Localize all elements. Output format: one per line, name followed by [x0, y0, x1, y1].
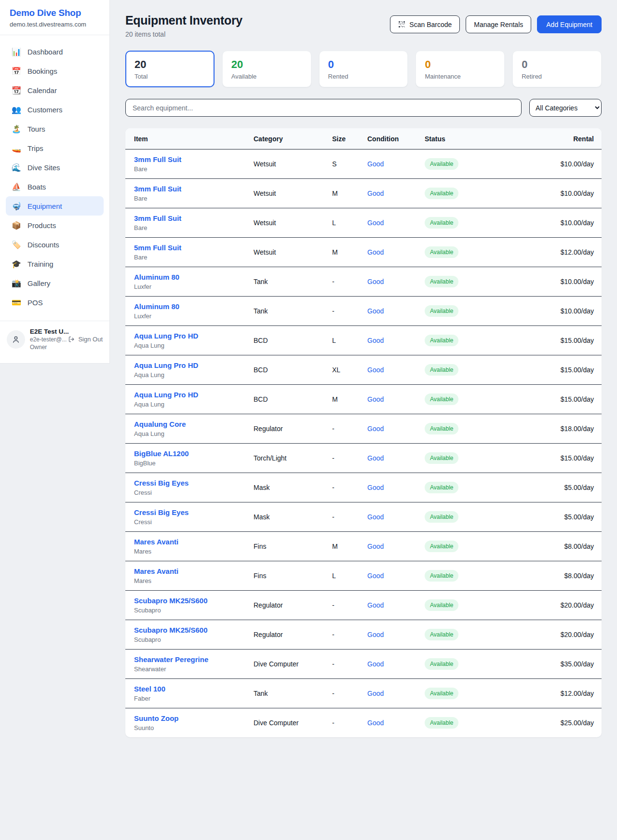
item-link[interactable]: Shearwater Peregrine — [134, 655, 208, 664]
item-link[interactable]: Aluminum 80 — [134, 273, 179, 281]
item-brand: Aqua Lung — [134, 430, 254, 437]
item-brand: Faber — [134, 695, 254, 702]
item-link[interactable]: Cressi Big Eyes — [134, 479, 188, 487]
condition-link[interactable]: Good — [367, 719, 384, 727]
sidebar-item-equipment[interactable]: 🤿Equipment — [6, 196, 104, 216]
item-link[interactable]: Scubapro MK25/S600 — [134, 626, 208, 634]
sidebar-item-dive-sites[interactable]: 🌊Dive Sites — [6, 158, 104, 177]
sidebar-item-tours[interactable]: 🏝️Tours — [6, 119, 104, 138]
item-rental: $15.00/day — [493, 355, 602, 385]
condition-link[interactable]: Good — [367, 366, 384, 374]
condition-link[interactable]: Good — [367, 454, 384, 462]
user-name: E2E Test U... — [30, 328, 63, 335]
item-link[interactable]: 5mm Full Suit — [134, 244, 181, 252]
condition-link[interactable]: Good — [367, 690, 384, 697]
condition-link[interactable]: Good — [367, 190, 384, 197]
brand-domain: demo.test.divestreams.com — [10, 21, 100, 28]
condition-link[interactable]: Good — [367, 425, 384, 433]
calendar-date-icon: 📅 — [12, 67, 21, 76]
condition-link[interactable]: Good — [367, 542, 384, 550]
sidebar-item-trips[interactable]: 🚤Trips — [6, 138, 104, 158]
item-brand: BigBlue — [134, 460, 254, 467]
condition-link[interactable]: Good — [367, 484, 384, 491]
condition-link[interactable]: Good — [367, 513, 384, 521]
condition-link[interactable]: Good — [367, 219, 384, 227]
condition-link[interactable]: Good — [367, 307, 384, 315]
sidebar-item-dashboard[interactable]: 📊Dashboard — [6, 42, 104, 61]
stat-card-available[interactable]: 20Available — [222, 51, 311, 87]
item-category: Fins — [254, 561, 332, 591]
condition-link[interactable]: Good — [367, 278, 384, 285]
camera-icon: 📸 — [12, 279, 21, 288]
search-input[interactable] — [125, 99, 522, 117]
sidebar-item-bookings[interactable]: 📅Bookings — [6, 61, 104, 81]
sidebar-item-training[interactable]: 🎓Training — [6, 254, 104, 273]
stat-card-maintenance[interactable]: 0Maintenance — [416, 51, 505, 87]
sidebar-item-label: Calendar — [27, 86, 57, 95]
item-link[interactable]: Aluminum 80 — [134, 302, 179, 311]
condition-link[interactable]: Good — [367, 395, 384, 403]
sign-out-button[interactable]: Sign Out — [68, 336, 103, 343]
brand-block: Demo Dive Shop demo.test.divestreams.com — [0, 0, 109, 35]
item-category: Fins — [254, 532, 332, 561]
sidebar-item-gallery[interactable]: 📸Gallery — [6, 273, 104, 293]
sidebar-item-boats[interactable]: ⛵Boats — [6, 177, 104, 196]
table-row: Scubapro MK25/S600ScubaproRegulator-Good… — [125, 591, 602, 620]
item-link[interactable]: 3mm Full Suit — [134, 155, 181, 163]
item-link[interactable]: 3mm Full Suit — [134, 185, 181, 193]
item-rental: $20.00/day — [493, 591, 602, 620]
scan-barcode-button[interactable]: Scan Barcode — [390, 15, 460, 33]
add-equipment-button[interactable]: Add Equipment — [537, 15, 602, 33]
page-header: Equipment Inventory 20 items total Scan … — [125, 14, 602, 38]
sidebar-item-calendar[interactable]: 📆Calendar — [6, 81, 104, 100]
item-size: XL — [332, 355, 367, 385]
item-category: Regulator — [254, 591, 332, 620]
stat-label: Retired — [522, 73, 592, 80]
item-rental: $8.00/day — [493, 532, 602, 561]
item-link[interactable]: Suunto Zoop — [134, 714, 178, 722]
sidebar-item-label: POS — [27, 298, 43, 307]
item-link[interactable]: Mares Avanti — [134, 567, 178, 575]
item-link[interactable]: Mares Avanti — [134, 538, 178, 546]
sidebar-item-pos[interactable]: 💳POS — [6, 293, 104, 312]
stat-card-total[interactable]: 20Total — [125, 51, 215, 87]
item-link[interactable]: Scubapro MK25/S600 — [134, 596, 208, 605]
item-link[interactable]: 3mm Full Suit — [134, 214, 181, 222]
stat-card-retired[interactable]: 0Retired — [512, 51, 602, 87]
manage-rentals-label: Manage Rentals — [474, 21, 523, 28]
category-select[interactable]: All Categories — [529, 99, 602, 117]
filter-row: All Categories — [125, 99, 602, 117]
condition-link[interactable]: Good — [367, 160, 384, 168]
manage-rentals-button[interactable]: Manage Rentals — [466, 15, 531, 33]
stat-card-rented[interactable]: 0Rented — [319, 51, 408, 87]
item-category: Mask — [254, 502, 332, 532]
sidebar-item-products[interactable]: 📦Products — [6, 216, 104, 235]
sidebar-item-customers[interactable]: 👥Customers — [6, 100, 104, 119]
brand-name[interactable]: Demo Dive Shop — [10, 8, 100, 18]
person-icon — [12, 335, 20, 344]
item-rental: $15.00/day — [493, 326, 602, 355]
condition-link[interactable]: Good — [367, 660, 384, 668]
item-link[interactable]: Aqua Lung Pro HD — [134, 391, 198, 399]
item-link[interactable]: Cressi Big Eyes — [134, 508, 188, 516]
item-link[interactable]: Steel 100 — [134, 685, 165, 693]
condition-link[interactable]: Good — [367, 248, 384, 256]
condition-link[interactable]: Good — [367, 601, 384, 609]
condition-link[interactable]: Good — [367, 631, 384, 638]
status-badge: Available — [425, 599, 458, 611]
condition-link[interactable]: Good — [367, 337, 384, 344]
item-link[interactable]: Aqualung Core — [134, 420, 186, 428]
sidebar-item-label: Equipment — [27, 202, 62, 210]
item-link[interactable]: Aqua Lung Pro HD — [134, 361, 198, 369]
status-badge: Available — [425, 423, 458, 434]
table-row: Aluminum 80LuxferTank-GoodAvailable$10.0… — [125, 297, 602, 326]
status-badge: Available — [425, 364, 458, 376]
sidebar-item-label: Trips — [27, 144, 43, 152]
sidebar-item-discounts[interactable]: 🏷️Discounts — [6, 235, 104, 254]
item-rental: $12.00/day — [493, 679, 602, 708]
item-link[interactable]: BigBlue AL1200 — [134, 449, 189, 458]
condition-link[interactable]: Good — [367, 572, 384, 580]
sidebar-item-label: Boats — [27, 183, 46, 191]
table-row: Aqua Lung Pro HDAqua LungBCDXLGoodAvaila… — [125, 355, 602, 385]
item-link[interactable]: Aqua Lung Pro HD — [134, 332, 198, 340]
